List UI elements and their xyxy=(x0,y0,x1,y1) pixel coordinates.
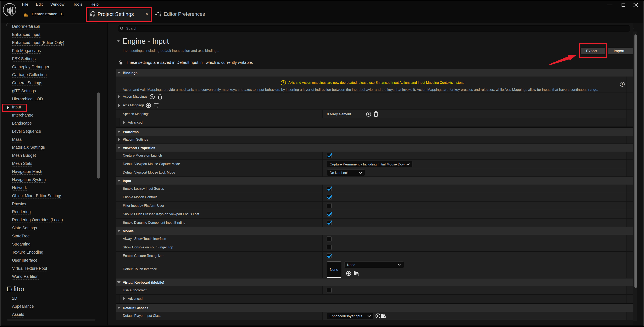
svg-text:?: ? xyxy=(622,83,623,86)
